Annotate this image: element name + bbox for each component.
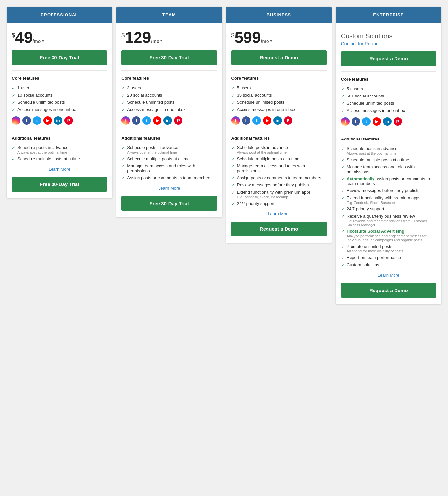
- feature-text: Extend functionality with premium appsE.…: [347, 195, 436, 205]
- core-features-label: Core features: [231, 76, 327, 81]
- feature-text: Access messages in one inbox: [237, 107, 327, 112]
- bold-feature-text: Hootsuite Social Advertising: [347, 229, 405, 234]
- check-icon: ✓: [121, 176, 125, 181]
- check-icon: ✓: [341, 94, 345, 99]
- instagram-icon: I: [231, 116, 240, 125]
- check-icon: ✓: [12, 145, 15, 150]
- feature-text: Schedule unlimited posts: [237, 100, 327, 105]
- check-icon: ✓: [341, 108, 345, 113]
- feature-text: Schedule unlimited posts: [17, 100, 107, 105]
- cta-top-button-business[interactable]: Request a Demo: [231, 50, 327, 65]
- check-icon: ✓: [341, 196, 345, 201]
- additional-feature-item: ✓ Manage team access and roles with perm…: [341, 164, 436, 174]
- feature-subtext: Get reviews and recommendations from Cus…: [347, 219, 436, 227]
- additional-feature-item: ✓ Schedule posts in advanceAlways post a…: [231, 145, 327, 154]
- core-feature-item: ✓ 10 social accounts: [12, 93, 107, 98]
- youtube-icon: ▶: [43, 116, 52, 125]
- cta-bottom-button-enterprise[interactable]: Request a Demo: [341, 283, 436, 298]
- contact-pricing-link[interactable]: Contact for Pricing: [341, 41, 379, 46]
- check-icon: ✓: [341, 101, 345, 106]
- check-icon: ✓: [231, 93, 235, 98]
- check-icon: ✓: [231, 201, 235, 206]
- plan-card-enterprise: ENTERPRISE Custom Solutions Contact for …: [336, 7, 441, 304]
- price-section-professional: $49/mo *: [12, 29, 107, 46]
- check-icon: ✓: [121, 164, 125, 169]
- instagram-icon: I: [341, 117, 350, 126]
- plan-header-professional: PROFESSIONAL: [7, 7, 112, 23]
- check-icon: ✓: [231, 100, 235, 105]
- feature-text: Schedule posts in advanceAlways post at …: [127, 145, 217, 154]
- additional-feature-item: ✓ Automatically assign posts or comments…: [341, 176, 436, 186]
- plan-body-enterprise: Custom Solutions Contact for Pricing Req…: [336, 23, 441, 304]
- plan-header-enterprise: ENTERPRISE: [336, 7, 441, 23]
- additional-features-team: Additional features ✓ Schedule posts in …: [121, 136, 217, 181]
- check-icon: ✓: [341, 165, 345, 170]
- feature-subtext: Always post at the optimal time: [17, 150, 107, 154]
- core-feature-item: ✓ Schedule unlimited posts: [341, 101, 436, 106]
- feature-text: 10 social accounts: [17, 93, 107, 97]
- social-icons-row: Ift▶inP: [231, 116, 327, 125]
- cta-top-button-team[interactable]: Free 30-Day Trial: [121, 50, 217, 65]
- check-icon: ✓: [341, 177, 345, 182]
- cta-top-button-professional[interactable]: Free 30-Day Trial: [12, 50, 107, 65]
- cta-bottom-button-professional[interactable]: Free 30-Day Trial: [12, 177, 107, 192]
- core-feature-item: ✓ 5 users: [231, 85, 327, 91]
- facebook-icon: f: [352, 117, 360, 126]
- check-icon: ✓: [121, 157, 125, 162]
- learn-more-link-enterprise[interactable]: Learn More: [341, 273, 436, 278]
- feature-text: Assign posts or comments to team members: [237, 175, 327, 180]
- check-icon: ✓: [341, 229, 345, 234]
- cta-top-button-enterprise[interactable]: Request a Demo: [341, 51, 436, 66]
- twitter-icon: t: [33, 116, 41, 125]
- pinterest-icon: P: [64, 116, 73, 125]
- learn-more-link-business[interactable]: Learn More: [231, 211, 327, 216]
- additional-feature-item: ✓ Assign posts or comments to team membe…: [231, 175, 327, 181]
- price-section-team: $129/mo *: [121, 29, 217, 46]
- divider: [231, 130, 327, 130]
- core-feature-item: ✓ Access messages in one inbox: [12, 107, 107, 112]
- check-icon: ✓: [231, 107, 235, 112]
- additional-feature-list: ✓ Schedule posts in advanceAlways post a…: [341, 146, 436, 268]
- additional-features-label: Additional features: [341, 137, 436, 141]
- check-icon: ✓: [341, 158, 345, 162]
- check-icon: ✓: [341, 188, 345, 193]
- feature-text: Schedule posts in advanceAlways post at …: [347, 146, 436, 155]
- feature-text: Schedule unlimited posts: [127, 100, 217, 105]
- core-feature-list: ✓ 3 users ✓ 20 social accounts ✓ Schedul…: [121, 85, 217, 112]
- linkedin-icon: in: [54, 116, 62, 125]
- twitter-icon: t: [362, 117, 371, 126]
- core-features-label: Core features: [121, 76, 217, 81]
- youtube-icon: ▶: [373, 117, 381, 126]
- core-features-enterprise: Core features ✓ 5+ users ✓ 50+ social ac…: [341, 77, 436, 126]
- core-feature-item: ✓ 3 users: [121, 85, 217, 91]
- pricing-container: PROFESSIONAL $49/mo * Free 30-Day Trial …: [7, 7, 441, 304]
- additional-features-business: Additional features ✓ Schedule posts in …: [231, 136, 327, 206]
- feature-text: Hootsuite Social AdvertisingAnalyze perf…: [347, 229, 436, 242]
- feature-text: 1 user: [17, 85, 107, 90]
- youtube-icon: ▶: [263, 116, 271, 125]
- linkedin-icon: in: [383, 117, 392, 126]
- feature-subtext: E.g. Zendesk, Slack, Basecamp...: [347, 201, 436, 205]
- additional-feature-item: ✓ Assign posts or comments to team membe…: [121, 175, 217, 181]
- learn-more-link-team[interactable]: Learn More: [121, 186, 217, 191]
- feature-text: Manage team access and roles with permis…: [237, 163, 327, 173]
- feature-text: 5+ users: [347, 86, 436, 91]
- plan-body-team: $129/mo * Free 30-Day Trial Core feature…: [116, 23, 222, 217]
- additional-feature-item: ✓ Promote unlimited postsAd spend for mo…: [341, 244, 436, 253]
- plan-card-business: BUSINESS $599/mo * Request a Demo Core f…: [226, 7, 332, 243]
- cta-bottom-button-business[interactable]: Request a Demo: [231, 222, 327, 236]
- feature-subtext: E.g. Zendesk, Slack, Basecamp...: [237, 195, 327, 199]
- price-period: /mo *: [32, 39, 44, 44]
- social-icons-row: Ift▶inP: [12, 116, 107, 125]
- check-icon: ✓: [231, 145, 235, 150]
- additional-feature-item: ✓ Manage team access and roles with perm…: [231, 163, 327, 173]
- additional-feature-item: ✓ Extend functionality with premium apps…: [341, 195, 436, 205]
- learn-more-link-professional[interactable]: Learn More: [12, 167, 107, 172]
- facebook-icon: f: [132, 116, 140, 125]
- feature-text: Schedule multiple posts at a time: [17, 156, 107, 161]
- cta-bottom-button-team[interactable]: Free 30-Day Trial: [121, 196, 217, 211]
- bold-feature-text: Automatically: [347, 176, 374, 181]
- feature-text: Schedule multiple posts at a time: [347, 157, 436, 162]
- additional-feature-item: ✓ 24/7 priority support: [231, 201, 327, 206]
- additional-feature-item: ✓ Schedule multiple posts at a time: [341, 157, 436, 162]
